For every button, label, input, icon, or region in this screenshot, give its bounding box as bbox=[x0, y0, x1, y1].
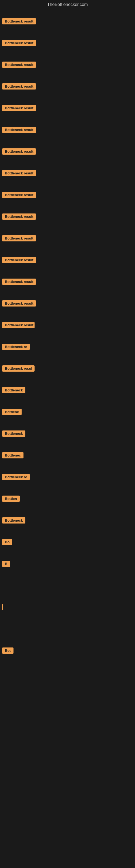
bottleneck-badge[interactable]: Bottleneck bbox=[2, 517, 26, 524]
bottleneck-badge[interactable]: Bottleneck result bbox=[2, 83, 36, 90]
result-row: Bottleneck result bbox=[0, 54, 135, 75]
bottleneck-badge[interactable]: Bottleneck result bbox=[2, 300, 36, 307]
bottleneck-badge[interactable]: Bottleneck result bbox=[2, 279, 36, 285]
result-row: Bottleneck result bbox=[0, 119, 135, 141]
site-title: TheBottlenecker.com bbox=[0, 0, 135, 10]
bottleneck-badge[interactable]: Bottleneck result bbox=[2, 170, 36, 176]
result-row bbox=[0, 618, 135, 640]
bottleneck-badge[interactable]: Bot bbox=[2, 648, 13, 654]
bottleneck-badge[interactable]: Bottleneck result bbox=[2, 62, 36, 68]
result-row bbox=[0, 726, 135, 748]
result-row: Bottleneck result bbox=[0, 75, 135, 97]
bottleneck-badge[interactable]: Bottlenec bbox=[2, 452, 24, 458]
bottleneck-badge[interactable]: Bottleneck result bbox=[2, 214, 36, 220]
bottleneck-badge[interactable]: Bottleneck result bbox=[2, 148, 36, 155]
result-row bbox=[0, 661, 135, 683]
result-row: Bottleneck result bbox=[0, 271, 135, 292]
result-row bbox=[0, 575, 135, 596]
result-row: B bbox=[0, 553, 135, 575]
result-row bbox=[0, 683, 135, 705]
result-row: Bottlene bbox=[0, 401, 135, 423]
result-row: Bottleneck resul bbox=[0, 358, 135, 379]
bottleneck-badge[interactable]: Bottleneck result bbox=[2, 235, 36, 241]
result-row: Bottleneck result bbox=[0, 10, 135, 32]
site-title-container: TheBottlenecker.com bbox=[0, 0, 135, 10]
bottleneck-badge[interactable]: Bottleneck re bbox=[2, 474, 30, 480]
result-row: Bottleneck result bbox=[0, 206, 135, 227]
result-row: Bottlenec bbox=[0, 444, 135, 466]
result-row: Bottleneck result bbox=[0, 314, 135, 336]
result-row: Bottlen bbox=[0, 488, 135, 509]
bottleneck-badge[interactable]: Bottleneck result bbox=[2, 40, 36, 46]
result-row: Bottleneck re bbox=[0, 336, 135, 358]
bottleneck-badge[interactable]: Bottleneck re bbox=[2, 344, 30, 350]
bottleneck-badge[interactable]: Bottleneck bbox=[2, 431, 26, 437]
result-row: Bottleneck result bbox=[0, 292, 135, 314]
result-row: Bot bbox=[0, 640, 135, 661]
result-row: Bottleneck bbox=[0, 509, 135, 531]
bottleneck-badge[interactable]: Bottleneck result bbox=[2, 127, 36, 133]
result-row bbox=[0, 748, 135, 770]
bottleneck-badge[interactable]: Bottlene bbox=[2, 409, 21, 415]
bottleneck-badge[interactable]: Bottleneck result bbox=[2, 192, 36, 198]
bottleneck-badge[interactable]: B bbox=[2, 561, 10, 567]
bottleneck-badge[interactable]: Bottleneck bbox=[2, 387, 26, 393]
result-row: Bottleneck result bbox=[0, 227, 135, 249]
result-row: Bottleneck result bbox=[0, 162, 135, 184]
bottleneck-badge[interactable]: Bottleneck result bbox=[2, 105, 36, 111]
bar-indicator bbox=[2, 604, 3, 610]
result-row: Bottleneck re bbox=[0, 466, 135, 488]
bottleneck-badge[interactable]: Bottleneck result bbox=[2, 18, 36, 24]
result-row: Bottleneck bbox=[0, 379, 135, 401]
bottleneck-badge[interactable]: Bottleneck resul bbox=[2, 365, 35, 372]
rows-container: Bottleneck resultBottleneck resultBottle… bbox=[0, 10, 135, 792]
result-row: Bo bbox=[0, 531, 135, 553]
result-row: Bottleneck result bbox=[0, 32, 135, 54]
bottleneck-badge[interactable]: Bottleneck result bbox=[2, 322, 35, 328]
result-row: Bottleneck result bbox=[0, 141, 135, 162]
result-row: Bottleneck result bbox=[0, 184, 135, 206]
result-row bbox=[0, 705, 135, 726]
bottleneck-badge[interactable]: Bottleneck result bbox=[2, 257, 36, 263]
result-row bbox=[0, 596, 135, 618]
result-row: Bottleneck bbox=[0, 423, 135, 444]
result-row bbox=[0, 770, 135, 792]
result-row: Bottleneck result bbox=[0, 97, 135, 119]
bottleneck-badge[interactable]: Bottlen bbox=[2, 496, 20, 502]
bottleneck-badge[interactable]: Bo bbox=[2, 539, 12, 545]
result-row: Bottleneck result bbox=[0, 249, 135, 271]
